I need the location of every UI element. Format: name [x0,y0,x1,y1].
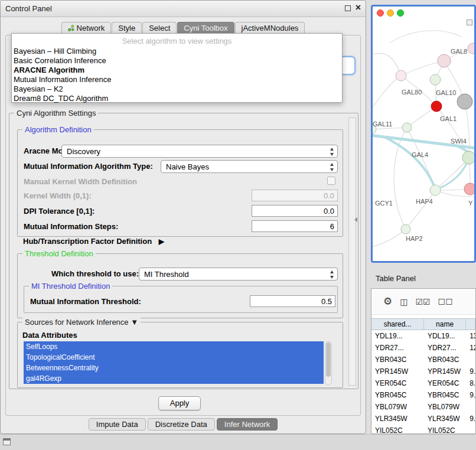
expand-arrow-icon: ▶ [159,237,164,246]
bottom-tab-infer-network[interactable]: Infer Network [217,418,278,431]
tab-label: Cyni Toolbox [184,24,227,32]
dropdown-items: Bayesian – Hill ClimbingBasic Correlatio… [12,47,342,103]
table-cell: YLR345W [424,413,466,425]
dropdown-item-dream8-dc-tdc-algorithm[interactable]: Dream8 DC_TDC Algorithm [12,94,342,103]
dropdown-item-basic-correlation-inference[interactable]: Basic Correlation Inference [12,56,342,66]
table-row[interactable]: YER054CYER054C8. [371,377,475,389]
settings-scrollbar[interactable] [348,118,356,386]
sources-group-title[interactable]: Sources for Network Inference ▼ [22,318,141,327]
dropdown-item-bayesian-k2[interactable]: Bayesian – K2 [12,84,342,94]
column-header-name[interactable]: name [424,319,466,330]
table-row[interactable]: YDR27...YDR27...12 [371,342,475,354]
network-node[interactable] [468,43,474,54]
bottom-tab-impute-data[interactable]: Impute Data [89,418,146,431]
hub-section-toggle[interactable]: Hub/Transcription Factor Definition ▶ [23,237,164,246]
mi-algo-type-select[interactable]: Naive Bayes [161,160,338,173]
float-panel-icon[interactable] [345,5,351,11]
minimize-window-icon[interactable] [387,9,394,17]
table-row[interactable]: YBR043CYBR043C [371,354,475,366]
network-node[interactable] [430,185,441,195]
table-cell: YBR045C [424,389,466,401]
table-row[interactable]: YBL079WYBL079W [371,401,475,413]
kernel-width-field [252,190,338,201]
aracne-mode-select[interactable]: Discovery [61,145,338,158]
close-window-icon[interactable] [377,9,384,17]
columns-icon[interactable]: ◫ [400,297,407,306]
threshold-definition-title: Threshold Definition [22,249,96,258]
table-row[interactable]: YIL052CYIL052C [371,425,475,433]
mi-algo-type-label: Mutual Information Algorithm Type: [24,162,153,171]
splitter-handle[interactable] [354,217,357,222]
dpi-tolerance-label: DPI Tolerance [0,1]: [24,207,94,216]
network-edge[interactable] [373,76,401,107]
network-node[interactable] [431,101,442,112]
table-row[interactable]: YBR045CYBR045C9. [371,389,475,401]
gear-icon[interactable]: ⚙ [383,295,392,308]
bottom-tabs: Impute DataDiscretize DataInfer Network [1,418,366,431]
dropdown-item-bayesian-hill-climbing[interactable]: Bayesian – Hill Climbing [12,47,342,56]
network-node[interactable] [396,70,406,81]
select-all-icon[interactable]: ☑☑ [415,297,430,306]
table-cell: 8. [466,377,475,389]
mi-threshold-group: MI Threshold Definition Mutual Informati… [24,286,338,313]
which-threshold-select[interactable]: MI Threshold [139,268,338,281]
table-row[interactable]: YDL19...YDL19...13 [371,330,475,342]
network-node[interactable] [438,54,451,67]
table-row[interactable]: YPR145WYPR145W9. [371,366,475,377]
combo-arrows-icon [330,147,335,156]
tab-label: Select [149,24,170,32]
scrollbar-thumb[interactable] [326,343,331,377]
network-edge[interactable] [435,158,469,190]
network-edge[interactable] [373,229,406,247]
network-node[interactable] [402,123,412,132]
network-node[interactable] [457,94,472,109]
table-cell [466,354,475,366]
network-edge[interactable] [390,31,461,43]
attributes-scrollbar[interactable] [325,341,332,385]
node-label-gal8: GAL8 [451,48,467,55]
algorithm-definition-group: Algorithm Definition Aracne Mode: Discov… [17,129,343,237]
bottom-tab-discretize-data[interactable]: Discretize Data [148,418,215,431]
node-label-swi4: SWI4 [451,138,467,145]
table-cell: YPR145W [424,366,466,377]
restore-panel-icon[interactable] [3,438,11,445]
network-edge[interactable] [401,61,444,76]
attribute-item-topologicalcoefficient[interactable]: TopologicalCoefficient [24,352,324,363]
attribute-item-selfloops[interactable]: SelfLoops [24,341,324,352]
node-label-gal1: GAL1 [440,115,457,122]
dropdown-item-aracne-algorithm[interactable]: ARACNE Algorithm [12,66,342,75]
column-header-col2[interactable] [466,319,475,330]
mi-threshold-field[interactable] [250,295,335,307]
tab-label: jActiveMNodules [242,24,299,32]
network-edge[interactable] [406,190,435,229]
network-node[interactable] [430,74,441,85]
close-panel-icon[interactable]: × [356,2,361,13]
table-panel-title: Table Panel [376,274,416,283]
table-cell: YIL052C [424,425,466,433]
attribute-item-gal4rgexp[interactable]: gal4RGexp [24,373,324,384]
mi-threshold-label: Mutual Information Threshold: [30,297,141,306]
network-node[interactable] [464,183,474,195]
table-cell: YDR27... [371,342,424,354]
attribute-item-betweennesscentrality[interactable]: BetweennessCentrality [24,363,324,373]
cyni-settings-title: Cyni Algorithm Settings [14,109,98,118]
table-cell: YPR145W [371,366,424,377]
table-row[interactable]: YLR345WYLR345W9. [371,413,475,425]
network-edge-highlighted[interactable] [384,137,435,189]
network-canvas[interactable]: GAL8GAL80GAL10GAL11GAL1SWI4GAL4GCY1HAP4Y… [373,19,474,260]
table-cell: YIL052C [371,425,424,433]
column-header-shared[interactable]: shared... [371,319,424,330]
threshold-definition-group: Threshold Definition Which threshold to … [17,253,343,318]
network-edge[interactable] [373,128,407,129]
apply-button[interactable]: Apply [158,396,201,410]
table-header-row: shared...name [371,318,475,330]
mi-steps-field[interactable] [252,220,338,232]
network-node[interactable] [401,224,410,234]
zoom-window-icon[interactable] [397,9,404,17]
deselect-all-icon[interactable]: ☐☐ [438,297,453,306]
dropdown-item-mutual-information-inference[interactable]: Mutual Information Inference [12,75,342,84]
network-node[interactable] [462,151,474,164]
tab-label: Network [77,24,105,32]
dpi-tolerance-field[interactable] [252,205,338,217]
combo-arrows-icon [330,270,335,279]
